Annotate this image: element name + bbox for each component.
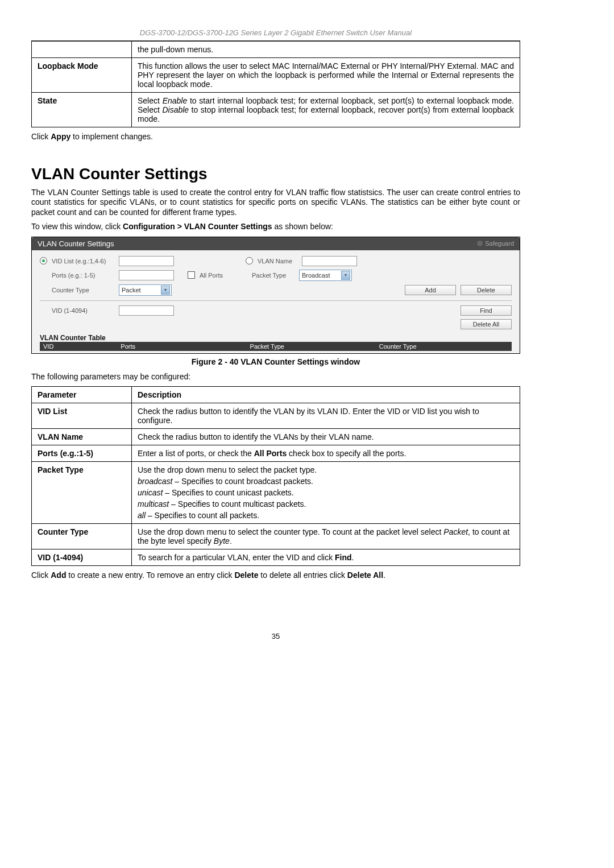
- desc-cell: Use the drop down menu to select the cou…: [132, 524, 520, 549]
- desc-cell: Select Enable to start internal loopback…: [132, 93, 520, 127]
- screenshot-title: VLAN Counter Settings: [38, 239, 114, 248]
- desc-cell: This function allows the user to select …: [132, 58, 520, 93]
- vid-list-label: VID List (e.g.:1,4-6): [52, 258, 114, 264]
- doc-header: DGS-3700-12/DGS-3700-12G Series Layer 2 …: [31, 28, 520, 37]
- text-italic: unicast: [138, 488, 163, 497]
- text: Enter a list of ports, or check the: [138, 449, 254, 458]
- vlan-counter-table-header: VID Ports Packet Type Counter Type: [40, 342, 512, 351]
- figure-caption: Figure 2 - 40 VLAN Counter Settings wind…: [31, 357, 520, 366]
- text-bold: All Ports: [254, 449, 287, 458]
- desc-cell: the pull-down menus.: [132, 42, 520, 58]
- text-italic: Byte: [214, 536, 230, 545]
- vid-range-input[interactable]: [119, 305, 174, 316]
- table-row: State Select Enable to start internal lo…: [32, 93, 520, 127]
- text-bold: Appy: [51, 132, 70, 141]
- desc-cell: Check the radius button to identify the …: [132, 429, 520, 445]
- vid-list-input[interactable]: [119, 256, 174, 266]
- text: .: [352, 553, 354, 562]
- ports-input[interactable]: [119, 270, 174, 280]
- text: To search for a particular VLAN, enter t…: [138, 553, 335, 562]
- param-cell: Counter Type: [32, 524, 132, 549]
- ports-label: Ports (e.g.: 1-5): [52, 272, 114, 279]
- param-cell: VID (1-4094): [32, 549, 132, 566]
- packet-type-select[interactable]: Broadcast ▾: [299, 270, 352, 281]
- intro-paragraph: The VLAN Counter Settings table is used …: [31, 188, 520, 218]
- text: to implement changes.: [70, 132, 153, 141]
- text: .: [383, 571, 385, 580]
- text-bold: Configuration > VLAN Counter Settings: [123, 222, 272, 231]
- params-intro: The following parameters may be configur…: [31, 372, 520, 382]
- chevron-down-icon: ▾: [341, 271, 350, 280]
- text-bold: Delete All: [347, 571, 383, 580]
- desc-cell: Enter a list of ports, or check the All …: [132, 445, 520, 462]
- screenshot-body: VID List (e.g.:1,4-6) VLAN Name Ports (e…: [32, 250, 520, 353]
- vid-list-radio[interactable]: [40, 257, 47, 264]
- th-description: Description: [132, 387, 520, 403]
- table-row: VLAN Name Check the radius button to ide…: [32, 429, 520, 445]
- text: Use the drop down menu to select the pac…: [138, 465, 514, 474]
- param-cell: VLAN Name: [32, 429, 132, 445]
- text: to delete all entries click: [258, 571, 347, 580]
- text-bold: Find: [335, 553, 352, 562]
- vlan-name-input[interactable]: [302, 256, 357, 266]
- row-vid-range: VID (1-4094) Find: [40, 305, 512, 316]
- text: check box to specify all the ports.: [287, 449, 406, 458]
- apply-note: Click Appy to implement changes.: [31, 132, 520, 142]
- th-packet: Packet Type: [250, 343, 379, 350]
- chevron-down-icon: ▾: [161, 286, 170, 295]
- vlan-name-radio[interactable]: [246, 257, 253, 264]
- text: – Specifies to count multicast packets.: [169, 499, 306, 509]
- text: .: [230, 536, 232, 545]
- param-cell: VID List: [32, 403, 132, 429]
- text: Select: [138, 96, 163, 105]
- text-italic: Disable: [162, 105, 189, 114]
- table-row: the pull-down menus.: [32, 42, 520, 58]
- delete-button[interactable]: Delete: [460, 285, 512, 295]
- delete-all-button[interactable]: Delete All: [460, 319, 512, 329]
- select-value: Packet: [122, 287, 141, 294]
- safeguard-indicator: Safeguard: [477, 240, 514, 247]
- row-delete-all: Delete All: [40, 319, 512, 329]
- row-ports: Ports (e.g.: 1-5) All Ports Packet Type …: [40, 270, 512, 281]
- text-italic: broadcast: [138, 477, 172, 486]
- table-row: Ports (e.g.:1-5) Enter a list of ports, …: [32, 445, 520, 462]
- text: – Specifies to count all packets.: [146, 511, 259, 520]
- text-italic: Enable: [163, 96, 188, 105]
- text: Click: [31, 132, 51, 141]
- text-italic: multicast: [138, 499, 169, 509]
- select-value: Broadcast: [302, 272, 330, 279]
- section-heading: VLAN Counter Settings: [31, 165, 520, 183]
- vlan-name-label: VLAN Name: [258, 258, 297, 264]
- counter-type-select[interactable]: Packet ▾: [119, 284, 172, 296]
- text-italic: Packet: [443, 527, 468, 536]
- text: as shown below:: [272, 222, 333, 231]
- params-table: Parameter Description VID List Check the…: [31, 386, 520, 566]
- divider: [40, 300, 512, 301]
- th-counter: Counter Type: [379, 343, 508, 350]
- counter-type-label: Counter Type: [52, 287, 114, 294]
- table-row: VID List Check the radius button to iden…: [32, 403, 520, 429]
- add-button[interactable]: Add: [405, 285, 456, 295]
- footer-note: Click Add to create a new entry. To remo…: [31, 571, 520, 581]
- vlan-counter-screenshot: VLAN Counter Settings Safeguard VID List…: [31, 237, 520, 354]
- desc-cell: To search for a particular VLAN, enter t…: [132, 549, 520, 566]
- all-ports-checkbox[interactable]: [188, 271, 195, 279]
- text: – Specifies to count broadcast packets.: [172, 477, 313, 486]
- text-bold: Add: [51, 571, 66, 580]
- table-row: VID (1-4094) To search for a particular …: [32, 549, 520, 566]
- text: – Specifies to count unicast packets.: [163, 488, 293, 497]
- find-button[interactable]: Find: [460, 305, 512, 316]
- th-ports: Ports: [121, 343, 250, 350]
- table-header-row: Parameter Description: [32, 387, 520, 403]
- table-row: Loopback Mode This function allows the u…: [32, 58, 520, 93]
- vlan-counter-table-title: VLAN Counter Table: [40, 334, 512, 342]
- row-vidlist: VID List (e.g.:1,4-6) VLAN Name: [40, 256, 512, 266]
- table-row: Packet Type Use the drop down menu to se…: [32, 462, 520, 524]
- all-ports-label: All Ports: [200, 272, 223, 279]
- text: to create a new entry. To remove an entr…: [66, 571, 234, 580]
- table-row: Counter Type Use the drop down menu to s…: [32, 524, 520, 549]
- param-cell: [32, 42, 132, 58]
- param-cell: Loopback Mode: [32, 58, 132, 93]
- text: to stop internal loopback test; for exte…: [138, 105, 514, 123]
- desc-cell: Check the radius button to identify the …: [132, 403, 520, 429]
